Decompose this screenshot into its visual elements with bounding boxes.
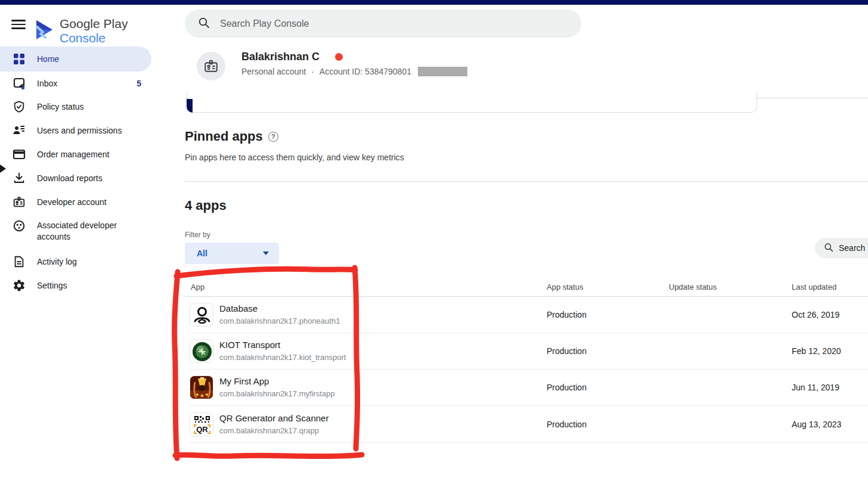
inbox-icon	[12, 76, 26, 91]
filter-by-label: Filter by	[185, 231, 210, 239]
sidebar-item-inbox[interactable]: Inbox 5	[0, 72, 152, 95]
hamburger-icon	[11, 20, 26, 21]
play-console-logo[interactable]: Google Play Console	[36, 17, 152, 45]
sidebar-item-activity-log[interactable]: Activity log	[0, 250, 152, 274]
shield-check-icon	[12, 100, 26, 114]
sidebar-item-download-reports[interactable]: Download reports	[0, 166, 152, 190]
top-navy-bar	[0, 0, 868, 5]
filter-value: All	[197, 249, 207, 258]
account-id: Account ID: 5384790801	[320, 67, 411, 76]
app-status-value: Production	[547, 310, 587, 319]
play-console-window: Google Play Console Home Inbox 5 Policy …	[0, 0, 868, 478]
sidebar-item-label: Home	[37, 54, 132, 65]
document-icon	[12, 254, 26, 269]
column-header-last-updated: Last updated	[792, 283, 836, 291]
search-bar[interactable]	[185, 10, 581, 38]
table-row[interactable]: Database com.balakrishnan2k17.phoneauth1…	[185, 297, 868, 333]
account-meta: Personal account · Account ID: 538479080…	[241, 67, 467, 76]
id-badge-icon	[12, 195, 26, 209]
banner-accent-bar	[187, 99, 193, 113]
column-header-app: App	[191, 283, 204, 291]
content-divider	[185, 181, 868, 182]
search-apps-button[interactable]: Search	[815, 238, 868, 258]
logo-text-console: Console	[60, 31, 106, 45]
column-header-update-status: Update status	[669, 283, 717, 291]
my-first-app-icon	[190, 375, 213, 399]
search-input[interactable]	[220, 18, 542, 29]
banner-card-remnant	[187, 91, 757, 113]
credit-card-icon	[12, 147, 26, 162]
gear-icon	[12, 278, 26, 293]
kiot-transport-app-icon	[190, 339, 213, 363]
users-icon	[12, 123, 26, 138]
sidebar-item-settings[interactable]: Settings	[0, 274, 152, 297]
logo-text-google-play: Google Play	[60, 17, 128, 30]
account-type: Personal account	[241, 67, 306, 76]
help-icon[interactable]: ?	[268, 132, 278, 142]
associated-accounts-icon	[12, 219, 26, 233]
apps-count-title: 4 apps	[185, 198, 227, 213]
grid-icon	[12, 52, 26, 66]
pinned-apps-title: Pinned apps ?	[185, 129, 278, 144]
meta-separator: ·	[311, 67, 314, 76]
account-name: Balakrishnan C	[241, 51, 320, 63]
sidebar-item-order-management[interactable]: Order management	[0, 142, 152, 166]
redacted-account-id	[418, 67, 467, 76]
chevron-down-icon	[263, 252, 269, 255]
sidebar-item-policy-status[interactable]: Policy status	[0, 95, 152, 119]
qr-app-icon: QR	[190, 412, 213, 436]
account-avatar	[197, 52, 225, 80]
sidebar-item-developer-account[interactable]: Developer account	[0, 190, 152, 214]
download-icon	[12, 171, 26, 185]
last-updated-value: Oct 26, 2019	[792, 310, 839, 319]
sidebar-item-home[interactable]: Home	[0, 46, 151, 72]
search-icon	[824, 243, 833, 254]
table-row[interactable]: QR QR Generator and Scanner com.balakris…	[185, 406, 868, 443]
database-app-icon	[190, 303, 213, 327]
play-triangle-icon	[36, 20, 54, 42]
sidebar-item-users-permissions[interactable]: Users and permissions	[0, 119, 152, 142]
filter-dropdown[interactable]: All	[185, 243, 279, 264]
sidebar: Google Play Console Home Inbox 5 Policy …	[0, 5, 152, 478]
column-header-app-status: App status	[547, 283, 583, 291]
pinned-apps-description: Pin apps here to access them quickly, an…	[185, 153, 404, 162]
inbox-badge: 5	[137, 79, 141, 88]
pointer-cursor	[0, 164, 6, 173]
sidebar-item-associated-developer-accounts[interactable]: Associated developer accounts	[0, 214, 152, 250]
menu-button[interactable]	[11, 18, 26, 31]
table-row[interactable]: My First App com.balakrishnan2k17.myfirs…	[185, 370, 868, 406]
search-icon	[198, 17, 210, 31]
table-row[interactable]: KIOT Transport com.balakrishnan2k17.kiot…	[185, 333, 868, 370]
svg-text:QR: QR	[196, 425, 208, 434]
app-package: com.balakrishnan2k17.phoneauth1	[219, 316, 340, 325]
app-name: Database	[219, 303, 258, 314]
notification-dot	[335, 53, 343, 61]
search-apps-label: Search	[839, 243, 865, 253]
